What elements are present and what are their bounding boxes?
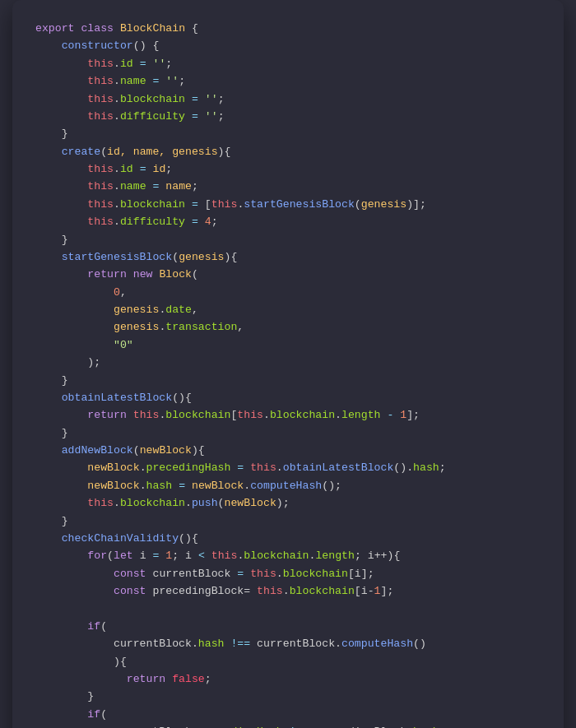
code-window: export class BlockChain { constructor() … <box>12 0 564 728</box>
code-content: export class BlockChain { constructor() … <box>35 20 541 728</box>
